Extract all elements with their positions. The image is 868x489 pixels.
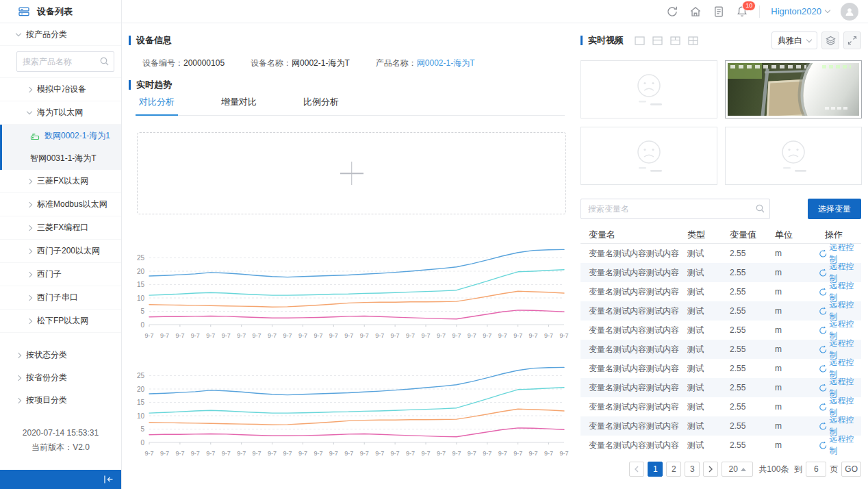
table-row: 变量名测试内容测试内容测试2.55m远程控制 (580, 321, 861, 340)
trend-title: 实时趋势 (136, 79, 172, 91)
sidebar-item-西门子200以太网[interactable]: 西门子200以太网 (0, 240, 121, 263)
cell-variable-name: 变量名测试内容测试内容 (580, 440, 687, 451)
home-icon[interactable] (689, 5, 702, 18)
video-slot-3[interactable] (580, 127, 717, 185)
svg-text:9-7: 9-7 (559, 450, 568, 457)
collapse-left-icon[interactable] (103, 475, 114, 484)
col-value: 变量值 (730, 229, 775, 241)
cell-unit: m (775, 287, 819, 297)
sidebar-item-松下FP以太网[interactable]: 松下FP以太网 (0, 310, 121, 333)
svg-text:20: 20 (137, 268, 145, 275)
sidebar-item-三菱FX以太网[interactable]: 三菱FX以太网 (0, 170, 121, 193)
document-icon[interactable] (713, 5, 725, 18)
svg-text:9-7: 9-7 (160, 332, 169, 339)
sidebar: 设备列表 按产品分类 模拟中冶设备海为T以太网数网0002-1-海为1智网003… (0, 0, 122, 489)
svg-text:9-7: 9-7 (513, 332, 522, 339)
svg-text:15: 15 (137, 399, 145, 406)
table-row: 变量名测试内容测试内容测试2.55m远程控制 (580, 340, 861, 359)
svg-text:9-7: 9-7 (529, 332, 538, 339)
cell-type: 测试 (687, 305, 730, 317)
sidebar-item-三菱FX编程口[interactable]: 三菱FX编程口 (0, 216, 121, 240)
svg-text:10: 10 (137, 412, 145, 420)
plus-icon (351, 162, 353, 185)
cell-variable-name: 变量名测试内容测试内容 (580, 267, 687, 279)
main-panel: 设备信息 设备编号：200000105 设备名称：网0002-1-海为T 产品名… (122, 23, 578, 489)
svg-text:9-7: 9-7 (406, 450, 415, 457)
page-size-select[interactable]: 20 (722, 462, 753, 477)
page-next-button[interactable] (703, 462, 718, 477)
col-type: 类型 (687, 229, 730, 241)
sidebar-item-西门子[interactable]: 西门子 (0, 263, 121, 286)
layout-four-icon[interactable] (688, 36, 698, 45)
version-label: 当前版本：V2.0 (0, 440, 121, 455)
refresh-icon[interactable] (666, 5, 678, 18)
sidebar-section-按项目分类[interactable]: 按项目分类 (0, 389, 121, 412)
camera-feed (728, 63, 859, 116)
tab-increment-compare[interactable]: 增量对比 (218, 96, 260, 115)
layers-icon[interactable] (821, 32, 839, 49)
video-slot-1[interactable] (580, 60, 717, 118)
tab-compare-analysis[interactable]: 对比分析 (136, 96, 178, 116)
add-variable-dropzone[interactable] (137, 132, 566, 214)
product-tree: 模拟中冶设备海为T以太网数网0002-1-海为1智网0031-1-海为T三菱FX… (0, 78, 121, 333)
layout-three-icon[interactable] (670, 36, 680, 45)
page-jump-input[interactable] (806, 462, 826, 477)
avatar[interactable] (841, 3, 858, 21)
svg-text:9-7: 9-7 (391, 332, 400, 339)
sidebar-section-按省份分类[interactable]: 按省份分类 (0, 366, 121, 389)
page-number-1[interactable]: 1 (648, 462, 663, 477)
section-label: 按产品分类 (26, 29, 67, 40)
svg-text:0: 0 (140, 321, 144, 329)
sidebar-item-label: 海为T以太网 (37, 107, 83, 118)
sidebar-item-模拟中冶设备[interactable]: 模拟中冶设备 (0, 78, 121, 101)
device-item-label: 智网0031-1-海为T (30, 153, 97, 164)
video-tools: 典雅白 (771, 32, 861, 49)
cell-type: 测试 (687, 363, 730, 375)
variable-search-input[interactable] (580, 199, 770, 219)
cell-value: 2.55 (730, 383, 775, 392)
svg-text:9-7: 9-7 (468, 332, 476, 339)
tab-ratio-analysis[interactable]: 比例分析 (300, 96, 342, 115)
cell-variable-name: 变量名测试内容测试内容 (580, 248, 687, 260)
video-slot-4[interactable] (725, 127, 862, 185)
page-prev-button[interactable] (629, 462, 644, 477)
video-header: 实时视频 典雅白 (580, 32, 861, 49)
sidebar-item-label: 三菱FX以太网 (37, 175, 88, 187)
sidebar-collapse-bar[interactable] (0, 470, 121, 489)
svg-text:15: 15 (137, 281, 145, 288)
table-row: 变量名测试内容测试内容测试2.55m远程控制 (580, 436, 861, 455)
table-row: 变量名测试内容测试内容测试2.55m远程控制 (580, 359, 861, 378)
sidebar-section-by-product[interactable]: 按产品分类 (0, 23, 121, 46)
page-go-button[interactable]: GO (841, 462, 861, 477)
page-size-value: 20 (729, 464, 738, 474)
sidebar-header: 设备列表 (0, 0, 121, 23)
svg-text:9-7: 9-7 (191, 332, 200, 339)
chevron-right-icon (27, 318, 32, 323)
product-name-link[interactable]: 网0002-1-海为T (417, 58, 475, 68)
select-variable-button[interactable]: 选择变量 (808, 199, 861, 219)
video-slot-2[interactable] (725, 60, 862, 118)
fullscreen-icon[interactable] (843, 32, 861, 49)
svg-text:9-7: 9-7 (344, 332, 353, 339)
sidebar-item-西门子串口[interactable]: 西门子串口 (0, 286, 121, 310)
remote-control-link[interactable]: 远程控制 (819, 434, 861, 457)
user-menu[interactable]: Hignton2020 (771, 6, 830, 16)
page-number-2[interactable]: 2 (666, 462, 681, 477)
layout-two-icon[interactable] (652, 36, 663, 45)
device-item-智网0031-1-海为T[interactable]: 智网0031-1-海为T (0, 147, 121, 170)
theme-select[interactable]: 典雅白 (771, 32, 817, 49)
selected-device-group: 数网0002-1-海为1智网0031-1-海为T (0, 125, 121, 170)
col-variable-name: 变量名 (580, 229, 687, 241)
product-name-field: 产品名称：网0002-1-海为T (376, 58, 475, 69)
bell-icon[interactable]: 10 (736, 5, 748, 18)
sidebar-item-标准Modbus以太网[interactable]: 标准Modbus以太网 (0, 193, 121, 216)
cell-unit: m (775, 421, 819, 431)
page-number-3[interactable]: 3 (685, 462, 700, 477)
section-accent-bar (580, 36, 583, 45)
device-item-数网0002-1-海为1[interactable]: 数网0002-1-海为1 (0, 125, 121, 147)
search-icon (99, 56, 110, 66)
sidebar-item-海为T以太网[interactable]: 海为T以太网 (0, 101, 121, 125)
svg-text:9-7: 9-7 (253, 332, 261, 339)
layout-single-icon[interactable] (635, 36, 645, 45)
sidebar-section-按状态分类[interactable]: 按状态分类 (0, 344, 121, 366)
